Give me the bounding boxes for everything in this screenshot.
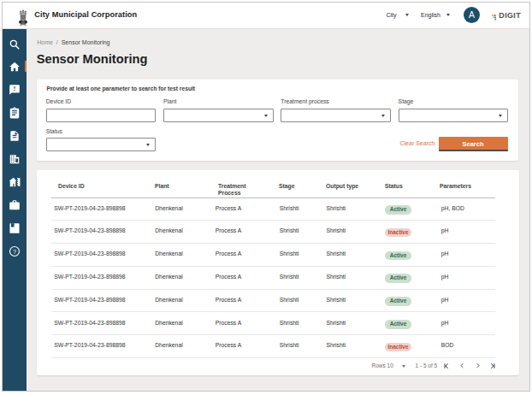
svg-text:?: ? <box>12 248 15 256</box>
